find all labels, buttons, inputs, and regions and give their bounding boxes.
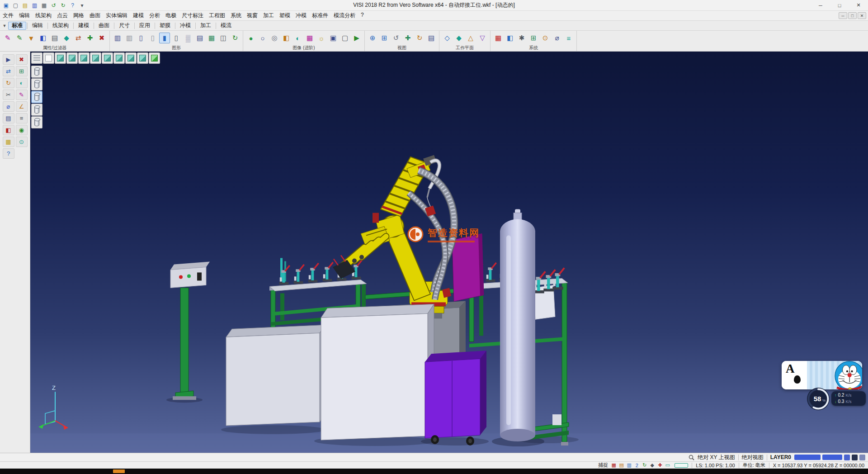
tab-machining[interactable]: 加工 <box>197 22 215 30</box>
show-all-icon[interactable]: ▥ <box>112 33 123 43</box>
document-icon[interactable]: ▥ <box>625 462 633 469</box>
mdi-restore-button[interactable]: □ <box>848 12 857 19</box>
menu-moldflow-analysis[interactable]: 模流分析 <box>331 11 358 20</box>
selection-lock-icon[interactable]: ▦ <box>610 462 618 469</box>
3d-viewport[interactable]: Z 智造资料网 <box>30 52 868 453</box>
tab-edit[interactable]: 编辑 <box>28 22 47 30</box>
display-options-icon[interactable]: ◧ <box>505 33 515 43</box>
axis-status-icon[interactable]: ✚ <box>656 462 664 469</box>
pan-view-icon[interactable]: ✚ <box>402 33 413 43</box>
view-orientation-label[interactable]: 绝对 XY 上视图 <box>698 454 735 461</box>
ghost-mode-icon[interactable]: ▒ <box>183 33 193 43</box>
menu-modeling[interactable]: 建模 <box>130 11 146 20</box>
layer-filter-icon[interactable]: ▤ <box>49 33 60 43</box>
3d-scene[interactable]: Z <box>30 52 868 453</box>
workplane-indicator-icon[interactable]: ▭ <box>664 462 671 469</box>
menu-machining[interactable]: 加工 <box>260 11 277 20</box>
modify-attributes-icon[interactable]: ✎ <box>2 33 13 43</box>
equipment-box-b[interactable] <box>321 304 434 440</box>
menu-die[interactable]: 冲模 <box>293 11 309 20</box>
new-file-icon[interactable]: ▢ <box>11 1 20 9</box>
chip-dark[interactable] <box>852 455 858 460</box>
view-iso2-icon[interactable] <box>137 52 148 64</box>
view-left-icon[interactable] <box>90 52 101 64</box>
hide-all-icon[interactable]: ▥ <box>124 33 135 43</box>
view-bottom-icon[interactable] <box>113 52 125 64</box>
view-menu-icon[interactable] <box>31 52 42 64</box>
system-settings-icon[interactable]: ✱ <box>516 33 527 43</box>
active-layer-label[interactable]: LAYER0 <box>770 454 791 460</box>
dynamic-section-icon[interactable]: ◧ <box>281 33 292 43</box>
view-list-icon[interactable]: ▤ <box>426 33 437 43</box>
menu-surface[interactable]: 曲面 <box>87 11 103 20</box>
maximize-button[interactable]: □ <box>830 0 849 10</box>
help-icon[interactable]: ? <box>68 1 77 9</box>
equipment-box-a[interactable] <box>226 325 326 426</box>
menu-analysis[interactable]: 分析 <box>146 11 163 20</box>
tab-surface[interactable]: 曲面 <box>95 22 113 30</box>
menu-solid-edit[interactable]: 实体编辑 <box>103 11 130 20</box>
minimize-button[interactable]: ─ <box>811 0 830 10</box>
zoom-previous-icon[interactable]: ↺ <box>391 33 401 43</box>
menu-system[interactable]: 系统 <box>228 11 244 20</box>
menu-point-cloud[interactable]: 点云 <box>54 11 71 20</box>
undo-icon[interactable]: ↺ <box>49 1 58 9</box>
display-wireframe-icon[interactable] <box>31 66 42 78</box>
title-bar[interactable]: ▣▢▤▥▦↺↻?▾ VISI 2018 R2 from Vero Softwar… <box>0 0 868 11</box>
aux-color-bar[interactable] <box>822 455 842 460</box>
tab-mold[interactable]: 塑膜 <box>156 22 174 30</box>
color-filter-icon[interactable]: ◧ <box>38 33 48 43</box>
tab-die[interactable]: 冲模 <box>176 22 194 30</box>
view-back-icon[interactable] <box>102 52 113 64</box>
count-badge[interactable]: 2 <box>633 462 641 469</box>
group-elements-icon[interactable]: ▦ <box>206 33 217 43</box>
layers-icon[interactable]: ▤ <box>3 113 14 123</box>
menu-standard-parts[interactable]: 标准件 <box>309 11 331 20</box>
tab-application[interactable]: 应用 <box>136 22 154 30</box>
gas-cylinder[interactable] <box>500 209 535 441</box>
print-icon[interactable]: ▦ <box>40 1 48 9</box>
measure-tool-icon[interactable]: ⌀ <box>552 33 562 43</box>
element-filter-icon[interactable]: ▼ <box>26 33 37 43</box>
blank-toggle-icon[interactable]: ◫ <box>218 33 229 43</box>
rotate-icon[interactable]: ↻ <box>3 78 14 88</box>
edit-geometry-icon[interactable]: ✎ <box>16 90 28 100</box>
menu-mesh[interactable]: 网格 <box>71 11 87 20</box>
cube-status-icon[interactable]: ◆ <box>648 462 656 469</box>
view-dynamic-icon[interactable] <box>149 52 160 64</box>
menu-drafting[interactable]: 工程图 <box>206 11 228 20</box>
view-blank-icon[interactable] <box>43 52 54 64</box>
mdi-minimize-button[interactable]: ─ <box>839 12 847 19</box>
menu-window[interactable]: 视窗 <box>244 11 260 20</box>
tab-dimension[interactable]: 尺寸 <box>115 22 133 30</box>
layer-color-bar[interactable] <box>794 455 821 460</box>
measure-icon[interactable]: ⌀ <box>3 101 14 112</box>
move-icon[interactable]: ⇄ <box>3 66 14 76</box>
attributes-icon[interactable]: ≡ <box>16 113 28 123</box>
layer-manager-icon[interactable]: ▤ <box>194 33 205 43</box>
profile-icon[interactable]: ▤ <box>618 462 625 469</box>
menu-mold[interactable]: 塑模 <box>277 11 293 20</box>
tab-dropdown-icon[interactable]: ▼ <box>1 24 8 28</box>
color-swap-icon[interactable]: ◧ <box>3 125 14 135</box>
selection-filter-icon[interactable]: ✚ <box>85 33 95 43</box>
render-wireframe-icon[interactable]: ○ <box>257 33 268 43</box>
render-shaded-icon[interactable]: ● <box>245 33 256 43</box>
type-filter-icon[interactable]: ◆ <box>61 33 72 43</box>
view-iso-icon[interactable] <box>125 52 137 64</box>
mdi-close-button[interactable]: ✕ <box>858 12 866 19</box>
workplane-entity-icon[interactable]: ◆ <box>453 33 464 43</box>
hide-selected-icon[interactable]: ▯ <box>147 33 158 43</box>
view-top-icon[interactable] <box>55 52 66 64</box>
search-icon[interactable] <box>689 455 694 460</box>
view-right-icon[interactable] <box>78 52 90 64</box>
dock-help-icon[interactable]: ? <box>3 148 14 159</box>
delete-icon[interactable]: ✖ <box>16 54 28 65</box>
taskbar-app-icon[interactable] <box>113 469 125 473</box>
rotate-view-icon[interactable]: ↻ <box>414 33 425 43</box>
menu-file[interactable]: 文件 <box>0 11 16 20</box>
tab-modeling[interactable]: 建模 <box>75 22 93 30</box>
wireframe-mode-icon[interactable]: ▯ <box>171 33 182 43</box>
background-icon[interactable]: ▣ <box>328 33 339 43</box>
zoom-all-icon[interactable]: ⊕ <box>367 33 378 43</box>
